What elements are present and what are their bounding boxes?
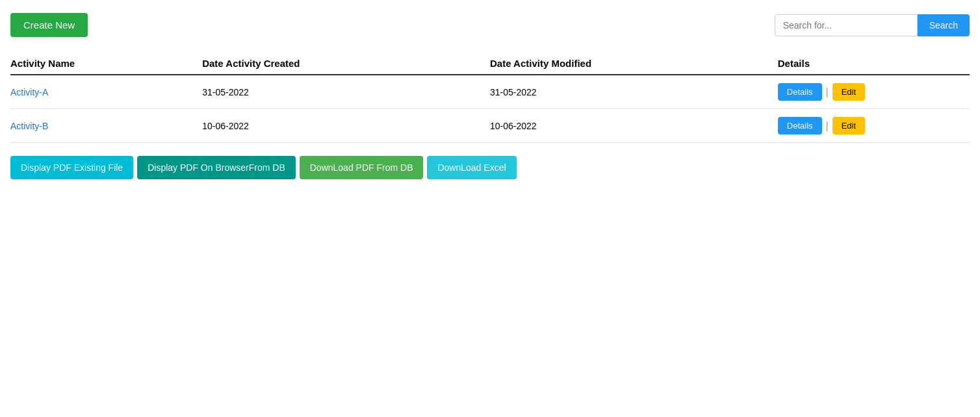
bottom-btn-1[interactable]: Display PDF On BrowserFrom DB [137,156,296,179]
activity-table-container: Activity Name Date Activity Created Date… [10,53,970,143]
details-button[interactable]: Details [778,117,822,134]
top-bar: Create New Search [10,10,970,40]
details-cell: Details|Edit [778,75,970,109]
col-header-date-created: Date Activity Created [202,53,490,75]
search-area: Search [775,14,970,36]
details-cell: Details|Edit [778,109,970,143]
search-button[interactable]: Search [918,14,970,36]
button-separator: | [826,120,829,132]
table-header-row: Activity Name Date Activity Created Date… [10,53,970,75]
col-header-activity-name: Activity Name [10,53,202,75]
col-header-details: Details [778,53,970,75]
activity-name-cell: Activity-B [10,109,202,143]
edit-button[interactable]: Edit [832,117,865,134]
bottom-buttons-row: Display PDF Existing FileDisplay PDF On … [10,156,970,179]
table-header: Activity Name Date Activity Created Date… [10,53,970,75]
table-row: Activity-A31-05-202231-05-2022Details|Ed… [10,75,970,109]
activity-name-link[interactable]: Activity-A [10,87,48,97]
edit-button[interactable]: Edit [832,83,865,101]
button-separator: | [826,86,829,98]
activity-name-cell: Activity-A [10,75,202,109]
bottom-btn-0[interactable]: Display PDF Existing File [10,156,133,179]
table-body: Activity-A31-05-202231-05-2022Details|Ed… [10,75,970,143]
bottom-btn-3[interactable]: DownLoad Excel [427,156,516,179]
create-new-button[interactable]: Create New [10,13,88,37]
col-header-date-modified: Date Activity Modified [490,53,778,75]
date-modified-cell: 10-06-2022 [490,109,778,143]
date-created-cell: 31-05-2022 [202,75,490,109]
date-modified-cell: 31-05-2022 [490,75,778,109]
search-input[interactable] [775,14,918,36]
details-button[interactable]: Details [778,83,822,101]
date-created-cell: 10-06-2022 [202,109,490,143]
bottom-btn-2[interactable]: DownLoad PDF From DB [300,156,424,179]
activity-table: Activity Name Date Activity Created Date… [10,53,970,143]
table-row: Activity-B10-06-202210-06-2022Details|Ed… [10,109,970,143]
activity-name-link[interactable]: Activity-B [10,121,48,131]
